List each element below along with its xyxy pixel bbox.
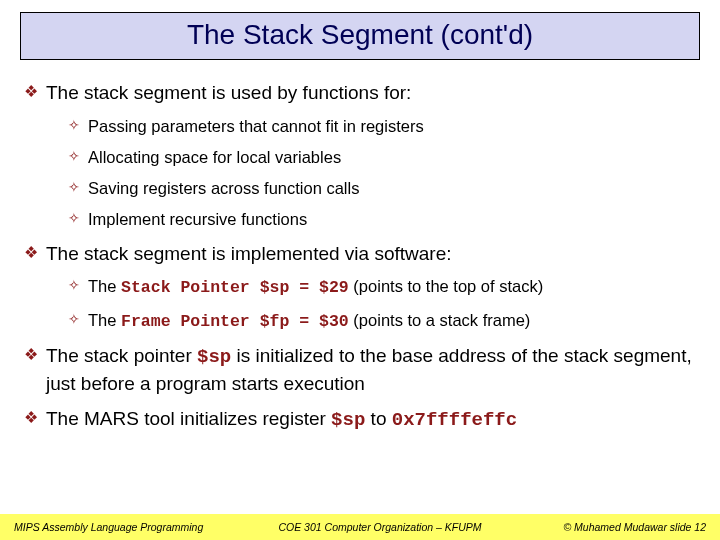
slide-title-bar: The Stack Segment (cont'd) [20,12,700,60]
bullet-text: Implement recursive functions [88,210,307,228]
bullet-level2: The Stack Pointer $sp = $29 (points to t… [24,275,696,299]
bullet-level1: The stack pointer $sp is initialized to … [24,343,696,396]
bullet-level2: The Frame Pointer $fp = $30 (points to a… [24,309,696,333]
bullet-text: The [88,311,121,329]
code-text: 0x7ffffeffc [392,409,517,431]
code-text: Stack Pointer $sp = $29 [121,278,349,297]
bullet-text: The stack segment is implemented via sof… [46,243,452,264]
bullet-level2: Allocating space for local variables [24,146,696,168]
code-text: $sp [197,346,231,368]
bullet-text: The MARS tool initializes register [46,408,331,429]
bullet-level2: Saving registers across function calls [24,177,696,199]
bullet-level2: Implement recursive functions [24,208,696,230]
bullet-level1: The stack segment is used by functions f… [24,80,696,106]
bullet-text: The [88,277,121,295]
bullet-text: Allocating space for local variables [88,148,341,166]
bullet-text: Passing parameters that cannot fit in re… [88,117,424,135]
bullet-level2: Passing parameters that cannot fit in re… [24,115,696,137]
slide-title: The Stack Segment (cont'd) [21,19,699,51]
bullet-level1: The MARS tool initializes register $sp t… [24,406,696,434]
bullet-text: The stack segment is used by functions f… [46,82,411,103]
bullet-text: (points to the top of stack) [349,277,543,295]
bullet-text: Saving registers across function calls [88,179,359,197]
code-text: Frame Pointer $fp = $30 [121,312,349,331]
footer-center: COE 301 Computer Organization – KFUPM [234,521,526,533]
footer-left: MIPS Assembly Language Programming [14,521,234,533]
bullet-text: (points to a stack frame) [349,311,531,329]
slide-content: The stack segment is used by functions f… [0,60,720,434]
footer-right: © Muhamed Mudawar slide 12 [526,521,706,533]
code-text: $sp [331,409,365,431]
bullet-text: The stack pointer [46,345,197,366]
slide-footer: MIPS Assembly Language Programming COE 3… [0,514,720,540]
bullet-text: to [365,408,391,429]
bullet-level1: The stack segment is implemented via sof… [24,241,696,267]
